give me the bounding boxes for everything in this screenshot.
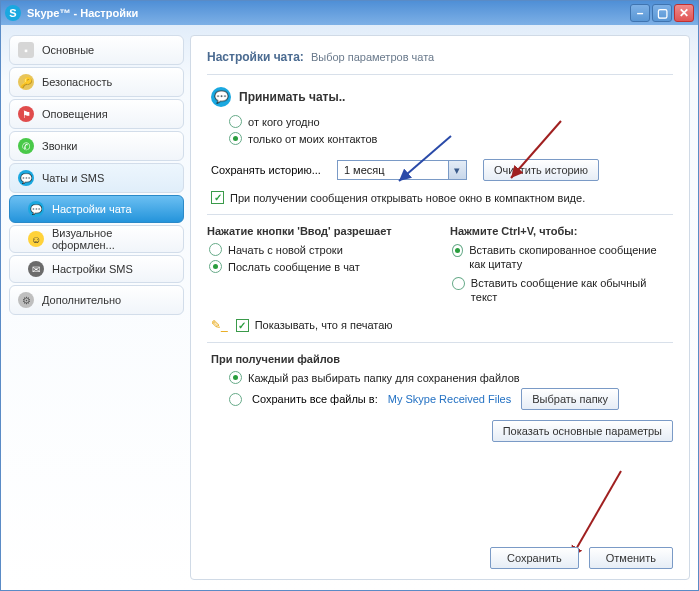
radio-files-ask-label: Каждый раз выбирать папку для сохранения… <box>248 372 520 384</box>
sidebar-item-notifications[interactable]: ⚑ Оповещения <box>9 99 184 129</box>
radio-contacts-only-label: только от моих контактов <box>248 133 377 145</box>
main-header: Настройки чата: Выбор параметров чата <box>207 50 673 75</box>
flag-icon: ⚑ <box>18 106 34 122</box>
history-select-value: 1 месяц <box>338 164 448 176</box>
radio-ctrlv-plain-label: Вставить сообщение как обычный текст <box>471 276 673 305</box>
radio-contacts-only[interactable] <box>229 132 242 145</box>
sidebar-item-chat-settings[interactable]: 💬 Настройки чата <box>9 195 184 223</box>
compact-window-label: При получении сообщения открывать новое … <box>230 192 585 204</box>
gear-icon: ⚙ <box>18 292 34 308</box>
clear-history-button[interactable]: Очистить историю <box>483 159 599 181</box>
cancel-button[interactable]: Отменить <box>589 547 673 569</box>
phone-sms-icon: ✉ <box>28 261 44 277</box>
smile-icon: ☺ <box>28 231 44 247</box>
sidebar-item-security[interactable]: 🔑 Безопасность <box>9 67 184 97</box>
settings-window: S Skype™ - Настройки – ▢ ✕ ▪ Основные 🔑 … <box>0 0 699 591</box>
sidebar-item-label: Настройки SMS <box>52 263 133 275</box>
maximize-button[interactable]: ▢ <box>652 4 672 22</box>
radio-ctrlv-quote[interactable] <box>452 244 463 257</box>
phone-icon: ✆ <box>18 138 34 154</box>
radio-enter-newline[interactable] <box>209 243 222 256</box>
sidebar-item-chats[interactable]: 💬 Чаты и SMS <box>9 163 184 193</box>
sidebar-item-sms-settings[interactable]: ✉ Настройки SMS <box>9 255 184 283</box>
pencil-icon: ✎_ <box>211 318 228 332</box>
sidebar: ▪ Основные 🔑 Безопасность ⚑ Оповещения ✆… <box>9 35 184 580</box>
show-basic-params-button[interactable]: Показать основные параметры <box>492 420 673 442</box>
enter-key-title: Нажатие кнопки 'Ввод' разрешает <box>207 225 430 237</box>
close-button[interactable]: ✕ <box>674 4 694 22</box>
chevron-down-icon: ▾ <box>448 161 466 179</box>
radio-enter-send-label: Послать сообщение в чат <box>228 261 360 273</box>
chat-icon: 💬 <box>18 170 34 186</box>
general-icon: ▪ <box>18 42 34 58</box>
main-panel: Настройки чата: Выбор параметров чата 💬 … <box>190 35 690 580</box>
sidebar-item-calls[interactable]: ✆ Звонки <box>9 131 184 161</box>
files-title: При получении файлов <box>211 353 673 365</box>
radio-ctrlv-plain[interactable] <box>452 277 465 290</box>
history-label: Сохранять историю... <box>211 164 321 176</box>
radio-enter-send[interactable] <box>209 260 222 273</box>
sidebar-item-general[interactable]: ▪ Основные <box>9 35 184 65</box>
svg-line-2 <box>571 471 621 558</box>
titlebar: S Skype™ - Настройки – ▢ ✕ <box>1 1 698 25</box>
page-title: Настройки чата: <box>207 50 304 64</box>
accept-chats-icon: 💬 <box>211 87 231 107</box>
sidebar-item-label: Визуальное оформлен... <box>52 227 175 251</box>
radio-anyone[interactable] <box>229 115 242 128</box>
choose-folder-button[interactable]: Выбрать папку <box>521 388 619 410</box>
key-icon: 🔑 <box>18 74 34 90</box>
sidebar-item-advanced[interactable]: ⚙ Дополнительно <box>9 285 184 315</box>
radio-files-ask[interactable] <box>229 371 242 384</box>
radio-ctrlv-quote-label: Вставить скопированное сообщение как цит… <box>469 243 673 272</box>
ctrlv-title: Нажмите Ctrl+V, чтобы: <box>450 225 673 237</box>
sidebar-item-appearance[interactable]: ☺ Визуальное оформлен... <box>9 225 184 253</box>
radio-anyone-label: от кого угодно <box>248 116 320 128</box>
history-select[interactable]: 1 месяц ▾ <box>337 160 467 180</box>
skype-logo-icon: S <box>5 5 21 21</box>
radio-files-saveall[interactable] <box>229 393 242 406</box>
sidebar-item-label: Настройки чата <box>52 203 132 215</box>
compact-window-checkbox[interactable] <box>211 191 224 204</box>
chat-settings-icon: 💬 <box>28 201 44 217</box>
sidebar-item-label: Звонки <box>42 140 78 152</box>
accept-chats-title: Принимать чаты.. <box>239 90 345 104</box>
sidebar-item-label: Оповещения <box>42 108 108 120</box>
page-subtitle: Выбор параметров чата <box>311 51 434 63</box>
sidebar-item-label: Чаты и SMS <box>42 172 104 184</box>
files-path-link[interactable]: My Skype Received Files <box>388 393 512 405</box>
window-title: Skype™ - Настройки <box>27 7 630 19</box>
minimize-button[interactable]: – <box>630 4 650 22</box>
typing-indicator-checkbox[interactable] <box>236 319 249 332</box>
radio-enter-newline-label: Начать с новой строки <box>228 244 343 256</box>
sidebar-item-label: Основные <box>42 44 94 56</box>
typing-indicator-label: Показывать, что я печатаю <box>255 319 393 331</box>
sidebar-item-label: Дополнительно <box>42 294 121 306</box>
save-button[interactable]: Сохранить <box>490 547 579 569</box>
radio-files-saveall-label: Сохранить все файлы в: <box>252 393 378 405</box>
sidebar-item-label: Безопасность <box>42 76 112 88</box>
